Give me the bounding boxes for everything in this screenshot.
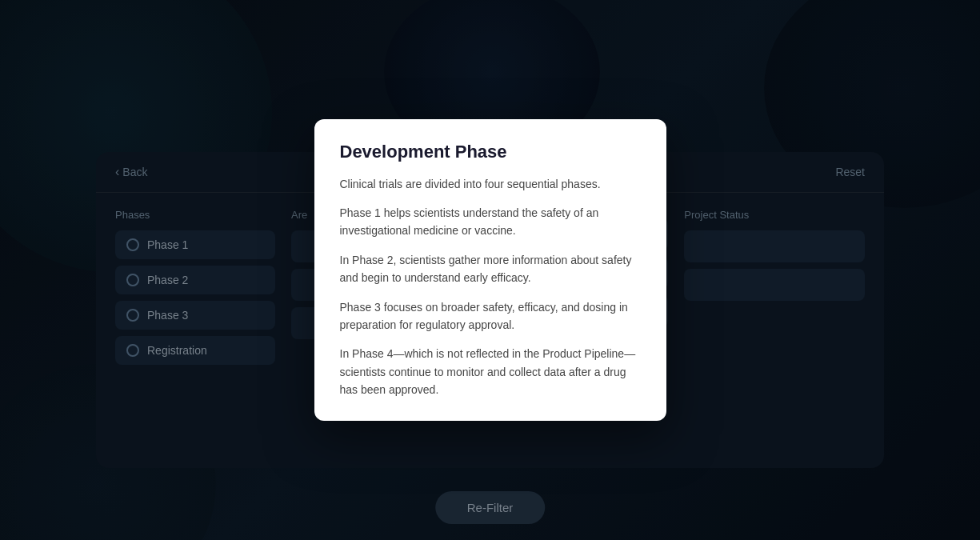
modal-para-2: Phase 1 helps scientists understand the … <box>340 204 641 240</box>
modal-title: Development Phase <box>340 142 641 162</box>
modal-overlay[interactable]: Development Phase Clinical trials are di… <box>0 0 980 540</box>
modal-para-1: Clinical trials are divided into four se… <box>340 175 641 193</box>
info-modal: Development Phase Clinical trials are di… <box>314 119 666 422</box>
modal-para-3: In Phase 2, scientists gather more infor… <box>340 251 641 287</box>
modal-para-5: In Phase 4—which is not reflected in the… <box>340 345 641 398</box>
modal-para-4: Phase 3 focuses on broader safety, effic… <box>340 298 641 334</box>
